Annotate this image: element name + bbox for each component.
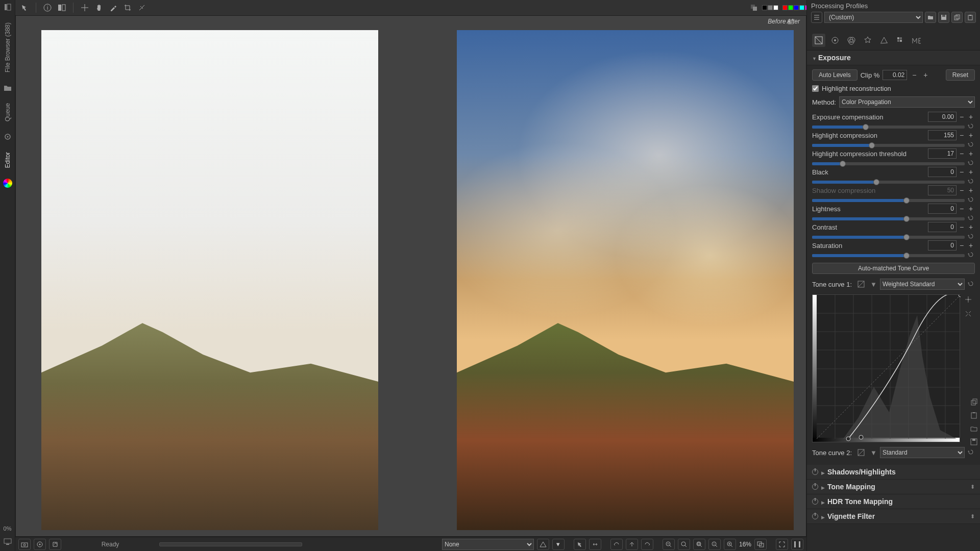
exposure-header[interactable]: Exposure xyxy=(807,51,980,65)
tool-header-shadows-highlights[interactable]: Shadows/Highlights xyxy=(807,465,980,480)
tab-advanced-icon[interactable] xyxy=(861,34,874,47)
tab-meta-icon[interactable] xyxy=(910,34,923,47)
param-minus-icon[interactable]: − xyxy=(958,149,966,158)
tab-raw-icon[interactable] xyxy=(894,34,907,47)
before-after-icon[interactable] xyxy=(56,2,68,14)
crosshair-icon[interactable] xyxy=(79,2,91,14)
profile-save-icon[interactable] xyxy=(938,12,949,23)
undo-all-icon[interactable] xyxy=(626,539,638,550)
tool-header-vignette-filter[interactable]: Vignette Filter⬍ xyxy=(807,509,980,524)
color-swatch[interactable] xyxy=(782,5,788,10)
crop-icon[interactable] xyxy=(121,2,134,14)
external-editor-icon[interactable] xyxy=(49,539,61,550)
tone-curve-1-type-select[interactable]: Weighted Standard xyxy=(880,279,965,290)
curve-type-chevron-icon[interactable]: ▼ xyxy=(870,449,877,457)
param-plus-icon[interactable]: + xyxy=(967,223,975,231)
zoom-100-icon[interactable]: 1 xyxy=(708,539,721,550)
background-icon[interactable] xyxy=(748,2,760,14)
straighten-icon[interactable] xyxy=(136,2,148,14)
param-minus-icon[interactable]: − xyxy=(958,113,966,121)
param-reset-icon[interactable] xyxy=(968,160,975,167)
param-reset-icon[interactable] xyxy=(968,123,975,130)
fullscreen-icon[interactable] xyxy=(776,539,788,550)
param-slider[interactable] xyxy=(812,236,965,239)
color-management-select[interactable]: None xyxy=(442,539,534,550)
color-swatch[interactable] xyxy=(794,5,799,10)
gamut-icon[interactable] xyxy=(537,539,549,550)
param-slider[interactable] xyxy=(812,217,965,220)
gears-icon[interactable] xyxy=(3,132,13,142)
param-plus-icon[interactable]: + xyxy=(967,149,975,158)
curve-linear-icon[interactable] xyxy=(855,446,867,459)
param-slider[interactable] xyxy=(812,181,965,184)
param-reset-icon[interactable] xyxy=(968,233,975,240)
curve-node-in-icon[interactable] xyxy=(963,294,973,305)
param-minus-icon[interactable]: − xyxy=(958,168,966,176)
softproof-icon[interactable]: ▾ xyxy=(552,539,565,550)
param-reset-icon[interactable] xyxy=(968,141,975,148)
pointer-icon[interactable] xyxy=(574,539,586,550)
tc1-reset-icon[interactable] xyxy=(968,281,975,288)
tone-curve-2-type-select[interactable]: Standard xyxy=(880,447,965,458)
param-value-input[interactable] xyxy=(928,167,957,177)
send-to-queue-icon[interactable] xyxy=(34,539,46,550)
auto-matched-tone-curve-button[interactable]: Auto-matched Tone Curve xyxy=(812,263,975,274)
curve-node-out-icon[interactable] xyxy=(963,309,973,319)
param-minus-icon[interactable]: − xyxy=(958,205,966,213)
param-plus-icon[interactable]: + xyxy=(967,205,975,213)
zoom-in-icon[interactable] xyxy=(724,539,736,550)
reset-button[interactable]: Reset xyxy=(946,69,975,81)
profile-mode-icon[interactable] xyxy=(811,12,822,23)
power-icon[interactable] xyxy=(812,498,818,505)
color-swatch[interactable] xyxy=(773,5,778,10)
profile-paste-icon[interactable] xyxy=(965,12,976,23)
tab-color-icon[interactable] xyxy=(845,34,858,47)
param-value-input[interactable] xyxy=(928,148,957,159)
profile-copy-icon[interactable] xyxy=(951,12,963,23)
param-value-input[interactable] xyxy=(928,112,957,122)
clip-value-input[interactable] xyxy=(883,70,907,80)
curve-type-chevron-icon[interactable]: ▼ xyxy=(870,281,877,288)
curve-copy-icon[interactable] xyxy=(969,397,979,407)
hide-panels-icon[interactable] xyxy=(791,539,803,550)
clip-plus-icon[interactable]: + xyxy=(921,71,929,79)
tc2-reset-icon[interactable] xyxy=(968,449,975,456)
tool-header-hdr-tone-mapping[interactable]: HDR Tone Mapping xyxy=(807,494,980,509)
param-value-input[interactable] xyxy=(928,130,957,140)
param-minus-icon[interactable]: − xyxy=(958,223,966,231)
new-detail-window-icon[interactable] xyxy=(754,539,767,550)
zoom-out-icon[interactable] xyxy=(663,539,675,550)
param-plus-icon[interactable]: + xyxy=(967,131,975,139)
curve-paste-icon[interactable] xyxy=(969,410,979,420)
param-value-input[interactable] xyxy=(928,240,957,251)
color-swatch[interactable] xyxy=(788,5,793,10)
method-select[interactable]: Color Propagation xyxy=(839,96,975,108)
param-minus-icon[interactable]: − xyxy=(958,241,966,249)
picker-icon[interactable] xyxy=(107,2,119,14)
color-wheel-icon[interactable] xyxy=(3,178,13,188)
param-reset-icon[interactable] xyxy=(968,252,975,259)
param-value-input[interactable] xyxy=(928,204,957,214)
tab-editor[interactable]: Editor xyxy=(3,149,12,171)
color-swatch[interactable] xyxy=(762,5,767,10)
redo-icon[interactable] xyxy=(641,539,653,550)
param-reset-icon[interactable] xyxy=(968,215,975,222)
clip-minus-icon[interactable]: − xyxy=(910,71,918,79)
tab-exposure-icon[interactable] xyxy=(812,34,825,47)
color-swatch[interactable] xyxy=(768,5,773,10)
param-plus-icon[interactable]: + xyxy=(967,113,975,121)
param-slider[interactable] xyxy=(812,144,965,147)
curve-linear-icon[interactable] xyxy=(855,278,867,290)
info-icon[interactable]: i xyxy=(41,2,54,14)
nav-sync-icon[interactable] xyxy=(589,539,601,550)
tool-header-tone-mapping[interactable]: Tone Mapping⬍ xyxy=(807,480,980,494)
param-reset-icon[interactable] xyxy=(968,178,975,185)
power-icon[interactable] xyxy=(812,469,818,475)
param-slider[interactable] xyxy=(812,254,965,257)
save-image-icon[interactable] xyxy=(18,539,31,550)
auto-levels-button[interactable]: Auto Levels xyxy=(812,69,857,81)
image-viewer[interactable]: Before After xyxy=(15,15,806,537)
color-swatch[interactable] xyxy=(799,5,804,10)
zoom-fit-icon[interactable] xyxy=(678,539,690,550)
monitor-icon[interactable] xyxy=(3,537,13,547)
